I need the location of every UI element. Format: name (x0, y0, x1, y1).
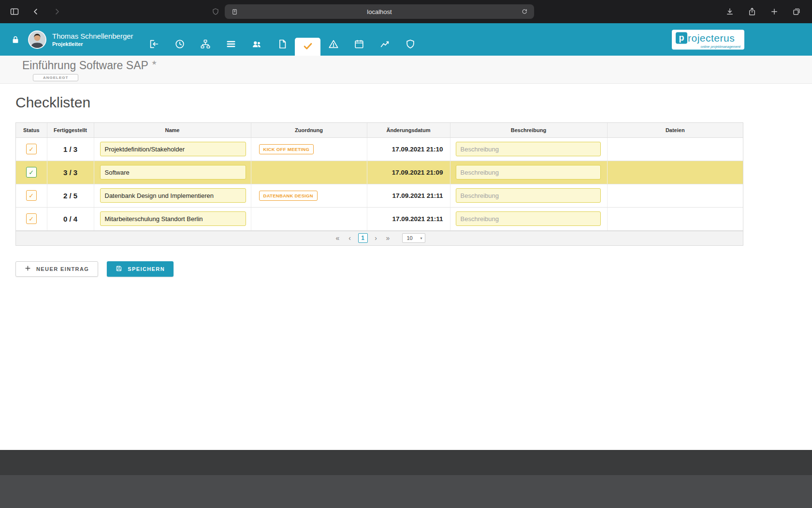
col-dateien: Dateien (607, 123, 743, 137)
favorite-star-icon[interactable]: ★ (151, 59, 157, 66)
reader-page-icon[interactable] (229, 6, 240, 17)
files-cell[interactable] (607, 161, 743, 184)
progress-count: 1 / 3 (47, 137, 94, 161)
col-beschreibung: Beschreibung (450, 123, 607, 137)
name-input[interactable] (100, 165, 246, 179)
pagination-current-page[interactable]: 1 (358, 233, 368, 243)
logout-icon (149, 39, 160, 51)
name-input[interactable] (100, 142, 246, 156)
plus-icon (25, 265, 31, 272)
progress-count: 2 / 5 (47, 184, 94, 207)
status-checkbox[interactable]: ✓ (26, 213, 37, 224)
lock-icon[interactable] (11, 35, 20, 45)
browser-chrome: localhost (0, 0, 812, 23)
logo-text: rojecterus (688, 32, 735, 44)
col-fertiggestellt: Fertiggestellt (47, 123, 94, 137)
check-icon (303, 41, 313, 53)
pagination-prev[interactable]: ‹ (346, 234, 354, 242)
col-aenderungsdatum: Änderungsdatum (367, 123, 450, 137)
description-input[interactable] (456, 188, 601, 203)
logo-tagline: online projektmanagement (701, 45, 741, 48)
calendar-icon (354, 39, 364, 51)
logo-letter: p (676, 32, 687, 44)
main-content: Checklisten Status Fertiggestellt Name Z… (0, 94, 812, 277)
new-entry-button[interactable]: NEUER EINTRAG (15, 261, 98, 277)
assignment-badge[interactable]: DATENBANK DESIGN (259, 191, 318, 201)
url-text[interactable]: localhost (240, 8, 519, 15)
main-nav (141, 34, 423, 56)
chart-icon (379, 39, 390, 51)
user-name: Thomas Schnellenberger (52, 32, 133, 40)
name-input[interactable] (100, 188, 246, 203)
nav-documents[interactable] (269, 34, 295, 56)
save-label: SPEICHERN (128, 266, 165, 272)
status-checkbox[interactable]: ✓ (26, 167, 37, 178)
table-row: ✓ 0 / 4 17.09.2021 21:11 (16, 207, 743, 230)
nav-structure[interactable] (192, 34, 218, 56)
status-checkbox[interactable]: ✓ (26, 190, 37, 201)
nav-reports[interactable] (372, 34, 397, 56)
nav-risks[interactable] (320, 34, 346, 56)
files-cell[interactable] (607, 184, 743, 207)
nav-calendar[interactable] (346, 34, 372, 56)
project-title: Einführung Software SAP (22, 59, 148, 72)
action-buttons: NEUER EINTRAG SPEICHERN (15, 261, 797, 277)
name-input[interactable] (100, 211, 246, 226)
pagination-next[interactable]: › (372, 234, 380, 242)
page-size-select[interactable]: 10 ▾ (402, 233, 425, 243)
checkmark-icon: ✓ (29, 192, 34, 199)
modified-date: 17.09.2021 21:11 (367, 207, 450, 230)
checkmark-icon: ✓ (29, 146, 34, 153)
description-input[interactable] (456, 165, 601, 179)
downloads-icon[interactable] (724, 6, 736, 17)
modified-date: 17.09.2021 21:09 (367, 161, 450, 184)
sidebar-toggle-icon[interactable] (9, 6, 20, 17)
checkmark-icon: ✓ (29, 169, 34, 176)
nav-time[interactable] (167, 34, 192, 56)
address-bar[interactable]: localhost (225, 4, 534, 19)
pagination-first[interactable]: « (334, 234, 342, 242)
nav-checklists[interactable] (295, 38, 320, 56)
project-status-badge: ANGELEGT (33, 74, 78, 81)
files-cell[interactable] (607, 207, 743, 230)
users-icon (251, 39, 262, 51)
modified-date: 17.09.2021 21:10 (367, 137, 450, 161)
user-role: Projektleiter (52, 41, 133, 47)
refresh-icon[interactable] (519, 6, 530, 17)
forward-icon[interactable] (51, 6, 63, 17)
save-button[interactable]: SPEICHERN (107, 261, 174, 277)
modified-date: 17.09.2021 21:11 (367, 184, 450, 207)
nav-team[interactable] (244, 34, 269, 56)
description-input[interactable] (456, 211, 601, 226)
progress-count: 0 / 4 (47, 207, 94, 230)
share-icon[interactable] (746, 6, 758, 17)
status-checkbox[interactable]: ✓ (26, 144, 37, 154)
files-cell[interactable] (607, 137, 743, 161)
nav-lists[interactable] (218, 34, 244, 56)
col-name: Name (94, 123, 251, 137)
back-icon[interactable] (30, 6, 42, 17)
description-input[interactable] (456, 142, 601, 156)
nav-admin[interactable] (397, 34, 423, 56)
table-row: ✓ 3 / 3 17.09.2021 21:09 (16, 161, 743, 184)
checkmark-icon: ✓ (29, 215, 34, 223)
page-footer (0, 450, 812, 508)
footer-upper-band (0, 450, 812, 475)
pagination: « ‹ 1 › » 10 ▾ (16, 231, 743, 245)
pagination-last[interactable]: » (384, 234, 392, 242)
warning-icon (328, 39, 339, 51)
clock-icon (174, 39, 185, 51)
progress-count: 3 / 3 (47, 161, 94, 184)
assignment-badge[interactable]: KICK OFF MEETING (259, 144, 314, 154)
chevron-down-icon: ▾ (420, 236, 422, 240)
new-tab-icon[interactable] (768, 6, 780, 17)
table-row: ✓ 2 / 5 DATENBANK DESIGN 17.09.2021 21:1… (16, 184, 743, 207)
app-logo[interactable]: p rojecterus online projektmanagement (672, 30, 744, 49)
col-zuordnung: Zuordnung (251, 123, 367, 137)
shield-icon (405, 39, 416, 51)
nav-logout[interactable] (141, 34, 167, 56)
tab-overview-icon[interactable] (791, 6, 802, 17)
privacy-shield-icon[interactable] (210, 6, 221, 17)
table-row: ✓ 1 / 3 KICK OFF MEETING 17.09.2021 21:1… (16, 137, 743, 161)
user-avatar[interactable] (28, 30, 46, 49)
